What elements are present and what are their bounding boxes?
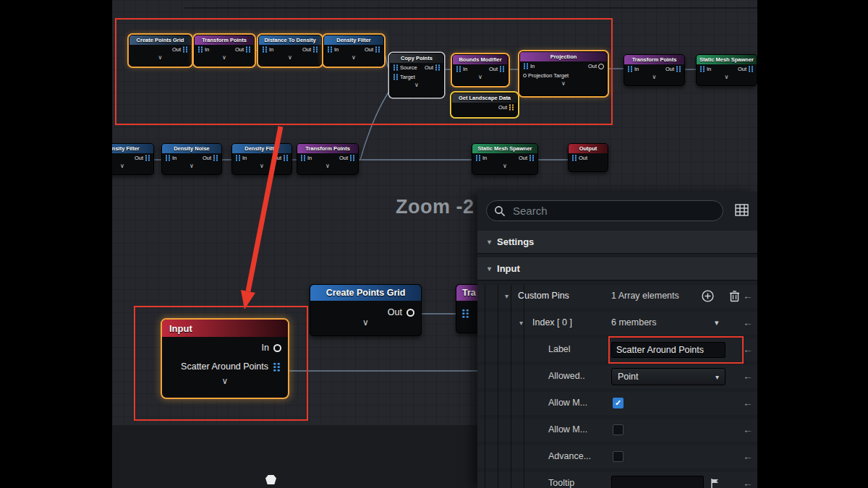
add-element-icon[interactable] xyxy=(702,290,714,304)
any-data-pin-icon[interactable] xyxy=(407,309,414,317)
reset-to-default-icon[interactable]: ← xyxy=(743,343,753,355)
pin-in[interactable]: In xyxy=(327,46,339,53)
node-density-noise[interactable]: Density Noise In Out ∨ xyxy=(161,143,222,175)
pin-in[interactable]: In xyxy=(475,155,487,161)
node-title: Transform Points xyxy=(624,55,684,64)
pin-in[interactable]: In xyxy=(627,66,639,72)
collapse-chevron[interactable]: ∨ xyxy=(324,54,383,61)
pin-in[interactable]: In xyxy=(523,63,535,69)
collapse-chevron[interactable]: ∨ xyxy=(520,80,607,87)
dropdown-value: Point xyxy=(618,372,639,382)
collapse-chevron[interactable]: ∨ xyxy=(297,163,358,169)
point-data-icon xyxy=(182,46,188,53)
section-settings[interactable]: ▾ Settings xyxy=(477,231,757,254)
node-create-points-grid-top[interactable]: Create Points Grid Out ∨ xyxy=(129,35,192,67)
checkbox-unchecked[interactable] xyxy=(613,451,624,462)
chevron-down-icon[interactable]: ▾ xyxy=(519,319,523,327)
details-panel: ▾ Settings ▾ Input ▾ Custom Pins 1 Array… xyxy=(477,192,757,488)
reset-to-default-icon[interactable]: ← xyxy=(743,290,753,301)
collapse-chevron[interactable]: ∨ xyxy=(624,74,684,80)
pin-in[interactable]: In xyxy=(197,46,209,53)
pin-projection-target[interactable]: Projection Target xyxy=(523,72,569,79)
point-data-icon[interactable] xyxy=(273,362,281,372)
pin-out[interactable]: Out xyxy=(172,46,188,53)
reset-to-default-icon[interactable]: ← xyxy=(743,370,753,382)
delete-elements-icon[interactable] xyxy=(729,290,740,304)
pin-out[interactable]: Out xyxy=(665,66,681,72)
pin-target[interactable]: Target xyxy=(393,74,415,80)
pin-out[interactable]: Out xyxy=(273,155,289,161)
pin-out[interactable]: Out xyxy=(365,46,380,53)
collapse-chevron[interactable]: ∨ xyxy=(453,74,508,80)
pin-in[interactable]: In xyxy=(235,155,247,161)
search-bar[interactable] xyxy=(486,200,723,221)
collapse-chevron[interactable]: ∨ xyxy=(162,376,288,386)
checkbox-checked[interactable]: ✓ xyxy=(613,398,624,408)
pin-out[interactable]: Out xyxy=(498,104,514,111)
node-input-selected[interactable]: Input In Scatter Around Points ∨ xyxy=(161,318,289,399)
section-input[interactable]: ▾ Input xyxy=(477,257,757,281)
node-distance-to-density[interactable]: Distance To Density In Out ∨ xyxy=(258,35,322,67)
pin-out[interactable]: Out xyxy=(135,155,150,161)
collapse-chevron[interactable]: ∨ xyxy=(310,317,421,328)
pin-in[interactable]: In xyxy=(699,66,711,72)
search-input[interactable] xyxy=(511,204,715,218)
reset-to-default-icon[interactable]: ← xyxy=(743,317,753,328)
pin-out[interactable]: Out xyxy=(738,66,754,72)
node-transform-points-2[interactable]: Transform Points In Out ∨ xyxy=(624,54,685,86)
pin-out[interactable]: Out xyxy=(571,155,587,161)
node-projection[interactable]: Projection In Out Projection Target ∨ xyxy=(519,51,608,96)
node-density-filter-clipped[interactable]: Density Filter In Out ∨ xyxy=(112,143,154,175)
node-get-landscape-data[interactable]: Get Landscape Data Out xyxy=(451,93,518,117)
reset-to-default-icon[interactable]: ← xyxy=(743,450,753,462)
pin-in[interactable]: In xyxy=(300,155,312,161)
chevron-down-icon[interactable]: ▾ xyxy=(505,292,509,300)
node-output[interactable]: Output Out xyxy=(568,143,608,172)
collapse-chevron[interactable]: ∨ xyxy=(162,163,221,169)
pin-out[interactable]: Out xyxy=(302,46,318,53)
reset-to-default-icon[interactable]: ← xyxy=(743,477,753,488)
collapse-chevron[interactable]: ∨ xyxy=(195,54,254,61)
graph-canvas[interactable]: Create Points Grid Out ∨ Transform Point… xyxy=(112,0,757,488)
node-density-filter-top[interactable]: Density Filter In Out ∨ xyxy=(323,35,384,67)
any-data-pin-icon[interactable] xyxy=(273,344,281,352)
collapse-chevron[interactable]: ∨ xyxy=(472,163,537,169)
collapse-chevron[interactable]: ∨ xyxy=(232,163,292,169)
reset-to-default-icon[interactable]: ← xyxy=(743,424,753,435)
checkbox-unchecked[interactable] xyxy=(613,424,624,435)
node-bounds-modifier[interactable]: Bounds Modifier In Out ∨ xyxy=(452,54,509,86)
tooltip-value-input[interactable] xyxy=(611,476,704,488)
pin-in[interactable]: In xyxy=(262,46,273,53)
pin-out[interactable]: Out xyxy=(235,46,251,53)
pin-in[interactable]: In xyxy=(456,66,467,72)
node-create-points-grid-big[interactable]: Create Points Grid Out ∨ xyxy=(310,284,422,336)
pin-source[interactable]: Source xyxy=(393,64,417,71)
node-transform-points-1[interactable]: Transform Points In Out ∨ xyxy=(194,35,255,67)
reset-to-default-icon[interactable]: ← xyxy=(743,397,753,408)
pin-out[interactable]: Out xyxy=(425,64,441,71)
label-value-input[interactable] xyxy=(611,342,726,358)
collapse-chevron[interactable]: ∨ xyxy=(697,74,757,80)
collapse-chevron[interactable]: ∨ xyxy=(129,54,191,61)
allowed-types-dropdown[interactable]: Point ▾ xyxy=(611,368,726,385)
point-data-icon[interactable] xyxy=(461,309,470,318)
collapse-chevron[interactable]: ∨ xyxy=(390,82,443,88)
collapse-chevron[interactable]: ∨ xyxy=(112,163,153,169)
node-static-mesh-spawner-mid[interactable]: Static Mesh Spawner In Out ∨ xyxy=(472,143,538,175)
pin-out[interactable]: Out xyxy=(489,66,505,72)
node-density-filter-mid[interactable]: Density Filter In Out ∨ xyxy=(231,143,292,175)
pin-in[interactable]: In xyxy=(165,155,176,161)
node-copy-points[interactable]: Copy Points Source Out Target ∨ xyxy=(389,53,444,98)
chevron-down-icon[interactable]: ▾ xyxy=(715,318,719,328)
pin-in-label: In xyxy=(262,343,269,353)
node-transform-points-mid[interactable]: Transform Points In Out ∨ xyxy=(297,143,359,175)
localize-flag-icon[interactable] xyxy=(710,478,720,488)
pin-out[interactable]: Out xyxy=(519,155,535,161)
collapse-chevron[interactable]: ∨ xyxy=(259,54,321,61)
row-allow-multi-2: Allow M... ← xyxy=(477,419,757,442)
view-options-grid-icon[interactable] xyxy=(735,204,749,219)
pin-out[interactable]: Out xyxy=(339,155,355,161)
pin-out[interactable]: Out xyxy=(588,63,604,69)
node-static-mesh-spawner-top[interactable]: Static Mesh Spawner In Out ∨ xyxy=(696,54,757,86)
pin-out[interactable]: Out xyxy=(203,155,218,161)
